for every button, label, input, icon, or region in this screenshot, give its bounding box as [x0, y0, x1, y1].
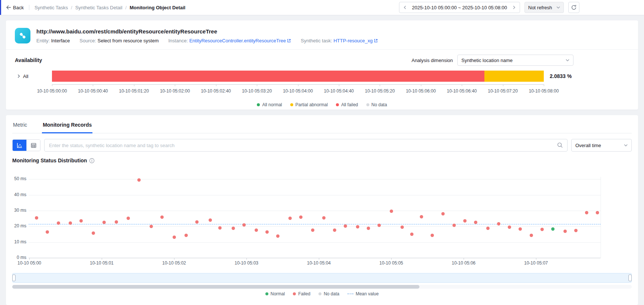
scatter-point-failed[interactable]	[563, 230, 567, 233]
back-button[interactable]: Back	[6, 5, 24, 10]
zoom-handle-left[interactable]	[12, 275, 16, 281]
scatter-point-failed[interactable]	[173, 236, 176, 239]
axis-tick	[544, 84, 544, 86]
axis-tick	[134, 84, 134, 86]
scatter-point-failed[interactable]	[540, 228, 544, 231]
scatter-point-failed[interactable]	[463, 219, 467, 223]
scatter-point-failed[interactable]	[242, 223, 246, 227]
records-card: Metric Monitoring Records	[6, 115, 638, 305]
axis-tick-label: 10-10 05:05:20	[365, 88, 395, 94]
availability-segment-partial-abnormal[interactable]	[484, 71, 544, 82]
scatter-point-failed[interactable]	[127, 217, 130, 220]
zoom-handle-right[interactable]	[628, 275, 632, 281]
source-label: Source:	[79, 38, 96, 43]
scatter-point-failed[interactable]	[431, 234, 434, 237]
legend-item-no-data[interactable]: No data	[318, 291, 339, 296]
scatter-point-failed[interactable]	[390, 210, 393, 213]
scatter-point-failed[interactable]	[452, 224, 456, 227]
chevron-down-icon	[556, 6, 560, 9]
horizontal-scrollbar-thumb[interactable]	[12, 285, 419, 289]
scatter-point-failed[interactable]	[311, 228, 314, 232]
scatter-point-failed[interactable]	[265, 230, 269, 234]
scatter-point-failed[interactable]	[519, 227, 522, 231]
plug-connector-icon	[15, 28, 30, 43]
search-icon[interactable]	[557, 142, 563, 148]
scatter-point-failed[interactable]	[367, 227, 370, 230]
legend-item-normal[interactable]: Normal	[265, 291, 285, 296]
breadcrumb-current: Monitoring Object Detail	[130, 5, 185, 10]
scatter-point-failed[interactable]	[596, 211, 599, 214]
scatter-point-failed[interactable]	[410, 233, 413, 236]
scatter-point-failed[interactable]	[255, 228, 258, 232]
refresh-mode-select[interactable]: Not refresh	[524, 2, 564, 13]
time-filter-select[interactable]: Overall time	[571, 139, 632, 152]
refresh-button[interactable]	[568, 2, 579, 13]
legend-item-failed[interactable]: Failed	[293, 291, 310, 296]
time-range-picker[interactable]: 2025-10-10 05:00:00 ~ 2025-10-10 05:08:0…	[399, 2, 520, 13]
scatter-point-failed[interactable]	[57, 221, 60, 225]
scatter-point-failed[interactable]	[195, 220, 199, 224]
scatter-point-failed[interactable]	[486, 227, 490, 230]
scatter-point-failed[interactable]	[232, 227, 235, 230]
scatter-point-failed[interactable]	[585, 211, 588, 214]
external-link-icon	[374, 39, 378, 43]
scatter-point-failed[interactable]	[574, 229, 578, 232]
data-zoom-slider[interactable]	[12, 273, 632, 283]
legend-label: No data	[372, 102, 387, 107]
x-axis-label: 10-10 05:01	[90, 260, 114, 266]
legend-item-no-data[interactable]: No data	[366, 102, 387, 107]
scatter-point-failed[interactable]	[218, 226, 222, 230]
scatter-point-failed[interactable]	[35, 216, 38, 220]
y-axis-label: 50 ms	[12, 176, 26, 181]
scatter-point-failed[interactable]	[420, 215, 423, 218]
breadcrumb-synthetic-tasks-detail[interactable]: Synthetic Tasks Detail	[75, 5, 122, 10]
availability-bar[interactable]	[52, 71, 544, 82]
scatter-point-failed[interactable]	[184, 234, 188, 237]
expand-chevron-icon[interactable]	[17, 74, 20, 78]
scatter-point-failed[interactable]	[441, 212, 445, 215]
horizontal-scrollbar-track[interactable]	[12, 285, 632, 289]
scatter-point-failed[interactable]	[344, 224, 347, 228]
scatter-point-failed[interactable]	[401, 225, 404, 229]
legend-item-all-failed[interactable]: All failed	[336, 102, 358, 107]
scatter-point-failed[interactable]	[102, 221, 106, 224]
scatter-point-failed[interactable]	[209, 218, 212, 222]
scatter-point-failed[interactable]	[497, 222, 500, 225]
scatter-point-failed[interactable]	[530, 234, 533, 237]
scatter-point-failed[interactable]	[150, 225, 153, 228]
external-link-icon	[287, 39, 291, 43]
scatter-point-failed[interactable]	[474, 221, 477, 224]
scatter-point-failed[interactable]	[79, 219, 83, 223]
scatter-point-failed[interactable]	[276, 234, 279, 238]
scatter-point-failed[interactable]	[288, 217, 292, 220]
table-view-button[interactable]	[26, 140, 40, 151]
chevron-left-icon[interactable]	[403, 6, 407, 9]
legend-item-mean-value[interactable]: Mean value	[347, 291, 379, 296]
scatter-point-failed[interactable]	[333, 228, 336, 232]
scatter-point-failed[interactable]	[46, 230, 49, 234]
scatter-point-failed[interactable]	[115, 220, 118, 224]
search-input[interactable]	[44, 139, 568, 152]
tab-monitoring-records[interactable]: Monitoring Records	[42, 120, 92, 133]
scatter-view-button[interactable]	[13, 140, 26, 151]
availability-title: Availability	[15, 57, 42, 63]
availability-segment-all-failed[interactable]	[52, 71, 484, 82]
scatter-point-normal[interactable]	[551, 227, 555, 231]
y-axis-label: 30 ms	[12, 208, 26, 213]
scatter-point-failed[interactable]	[508, 225, 511, 229]
scatter-point-failed[interactable]	[356, 225, 359, 228]
info-icon[interactable]	[89, 158, 95, 163]
analysis-dimension-select[interactable]: Synthetic location name	[457, 55, 573, 66]
scatter-point-failed[interactable]	[322, 216, 326, 220]
scatter-point-failed[interactable]	[92, 231, 95, 235]
scatter-point-failed[interactable]	[299, 215, 303, 219]
scatter-point-failed[interactable]	[160, 215, 164, 219]
chevron-right-icon[interactable]	[512, 6, 516, 9]
scatter-point-failed[interactable]	[137, 178, 141, 182]
synthetic-task-link[interactable]: HTTP-resouce_xg	[333, 38, 377, 43]
legend-item-partial-abnormal[interactable]: Partial abnormal	[290, 102, 328, 107]
instance-link[interactable]: EntityResourceController.entityResourceT…	[189, 38, 291, 43]
legend-item-all-normal[interactable]: All normal	[257, 102, 282, 107]
breadcrumb-synthetic-tasks[interactable]: Synthetic Tasks	[35, 5, 68, 10]
tab-metric[interactable]: Metric	[12, 120, 28, 133]
